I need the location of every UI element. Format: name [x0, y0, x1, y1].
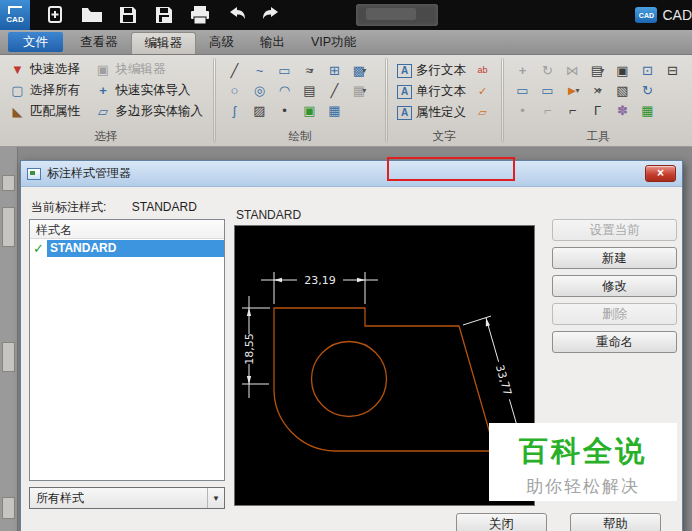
ribbon-group-select: ▼ 快速选择 ▢ 选择所有 ◣ 匹配属性 ▣ 块编辑器 [0, 55, 212, 146]
palette-chip [2, 207, 15, 247]
circle-icon[interactable]: ○ [222, 80, 247, 100]
caliper-icon [8, 6, 22, 14]
update-icon[interactable]: ↻ [635, 80, 660, 100]
cad-app-name: CAD [662, 7, 692, 23]
move-icon[interactable]: + [510, 60, 535, 80]
endpoint-icon[interactable]: ⌐ [535, 100, 560, 120]
ribbon-group-text: A 多行文本 ab A 单行文本 ✓ A 属性定义 ▱ 文字 [388, 55, 500, 146]
list-filter-dropdown[interactable]: 所有样式 ▼ [29, 487, 225, 509]
data-table-icon[interactable]: ▦ [635, 100, 660, 120]
delete-button[interactable]: 删除 [552, 303, 677, 325]
spray-icon[interactable]: ✽ [610, 100, 635, 120]
styles-list[interactable]: 样式名 ✓ STANDARD [29, 219, 225, 481]
tray-icon[interactable]: ▭ [510, 80, 535, 100]
tab-advanced[interactable]: 高级 [196, 30, 247, 54]
new-style-button[interactable]: 新建 [552, 247, 677, 269]
mtext-button[interactable]: A 多行文本 ab [394, 60, 494, 81]
table-icon[interactable]: ▦ [322, 100, 347, 120]
group-label-text: 文字 [388, 129, 500, 146]
panel-icon[interactable]: ⊟ [660, 60, 685, 80]
preview-style-label: STANDARD [236, 208, 301, 222]
hatch-icon[interactable]: ▨ [247, 100, 272, 120]
current-style-value: STANDARD [132, 200, 197, 214]
paste-block-icon[interactable]: ▤ [297, 80, 322, 100]
donut-icon[interactable]: ◎ [247, 80, 272, 100]
trim-icon[interactable]: ×▾ [585, 80, 610, 100]
dimension-style-manager-dialog: 标注样式管理器 × 当前标注样式: STANDARD 样式名 ✓ STANDAR… [20, 160, 683, 531]
arc-icon[interactable]: ◠ [272, 80, 297, 100]
select-all-button[interactable]: ▢ 选择所有 [6, 80, 92, 101]
mirror-icon[interactable]: ⋈ [560, 60, 585, 80]
match-properties-icon: ◣ [9, 103, 26, 120]
properties-list-icon[interactable]: ▤▾ [585, 60, 610, 80]
edit-attribute-icon[interactable]: ▱ [474, 104, 491, 121]
spell-check-icon[interactable]: ✓ [474, 83, 491, 100]
spline-icon[interactable]: ≈▾ [297, 60, 322, 80]
s-curve-icon[interactable]: ʃ [222, 100, 247, 120]
tab-viewer[interactable]: 查看器 [67, 30, 131, 54]
block-export-icon[interactable]: ⊡ [635, 60, 660, 80]
quick-select-label: 快速选择 [30, 61, 80, 78]
tab-output[interactable]: 输出 [247, 30, 298, 54]
point-icon[interactable]: • [272, 100, 297, 120]
watermark-title: 百科全说 [489, 432, 677, 472]
select-all-label: 选择所有 [30, 82, 80, 99]
print-icon [188, 4, 212, 26]
fillet-icon[interactable]: ⌐ [560, 100, 585, 120]
cad-badge-icon: CAD [635, 7, 657, 23]
dialog-title-bar[interactable]: 标注样式管理器 × [21, 161, 682, 187]
quick-entity-import-button[interactable]: + 快速实体导入 [92, 80, 207, 101]
rotate-icon[interactable]: ↻ [535, 60, 560, 80]
rename-button[interactable]: 重命名 [552, 331, 677, 353]
set-current-button[interactable]: 设置当前 [552, 219, 677, 241]
copy-objects-icon[interactable]: ▣ [610, 60, 635, 80]
print-button[interactable] [188, 4, 212, 26]
title-bar: CAD CAD [0, 0, 692, 30]
close-button[interactable]: 关闭 [456, 513, 547, 531]
tray2-icon[interactable]: ▭ [535, 80, 560, 100]
pencil-line-icon[interactable]: ╱ [322, 80, 347, 100]
picture-icon[interactable]: ▣ [297, 100, 322, 120]
open-file-button[interactable] [80, 4, 104, 26]
image-frame-icon[interactable]: ▩▾ [347, 60, 372, 80]
app-window: CAD CAD [0, 0, 692, 531]
node-icon[interactable]: • [510, 100, 535, 120]
insert-block-icon[interactable]: ⊞ [322, 60, 347, 80]
cad-app-logo[interactable]: CAD [0, 0, 30, 30]
help-button[interactable]: 帮助 [570, 513, 661, 531]
undo-button[interactable] [224, 4, 248, 26]
dim-arrow [357, 278, 365, 282]
group-label-select: 选择 [0, 129, 212, 146]
grab-icon[interactable]: ►▾ [560, 80, 585, 100]
tab-file[interactable]: 文件 [8, 32, 63, 52]
line-icon[interactable]: ╱ [222, 60, 247, 80]
block-editor-button[interactable]: ▣ 块编辑器 [92, 59, 207, 80]
dtext-button[interactable]: A 单行文本 ✓ [394, 81, 494, 102]
tab-editor[interactable]: 编辑器 [131, 32, 197, 54]
save-button[interactable] [116, 4, 140, 26]
chamfer-icon[interactable]: Γ [585, 100, 610, 120]
region-icon[interactable]: ▦▾ [347, 80, 372, 100]
dim-text-aligned: 33,77 [493, 363, 514, 397]
match-properties-button[interactable]: ◣ 匹配属性 [6, 101, 92, 122]
mtext-icon: A [397, 64, 412, 78]
redo-button[interactable] [260, 4, 284, 26]
tab-vip[interactable]: VIP功能 [298, 30, 369, 54]
current-style-row: 当前标注样式: STANDARD [31, 199, 197, 216]
layers-icon[interactable]: ▧ [610, 80, 635, 100]
quick-select-button[interactable]: ▼ 快速选择 [6, 59, 92, 80]
dialog-close-button[interactable]: × [645, 165, 676, 182]
list-item[interactable]: ✓ STANDARD [30, 239, 224, 258]
block-editor-icon: ▣ [95, 61, 112, 78]
save-as-pdf-button[interactable] [152, 4, 176, 26]
attribute-define-button[interactable]: A 属性定义 ▱ [394, 102, 494, 123]
new-file-button[interactable] [44, 4, 68, 26]
rectangle-icon[interactable]: ▭ [272, 60, 297, 80]
modify-button[interactable]: 修改 [552, 275, 677, 297]
polygon-entity-input-button[interactable]: ▱ 多边形实体输入 [92, 101, 207, 122]
text-style-icon[interactable]: ab [474, 62, 491, 79]
polyline-icon[interactable]: ~ [247, 60, 272, 80]
list-filter-value: 所有样式 [36, 490, 84, 507]
dtext-icon: A [397, 85, 412, 99]
undo-icon [224, 4, 248, 26]
